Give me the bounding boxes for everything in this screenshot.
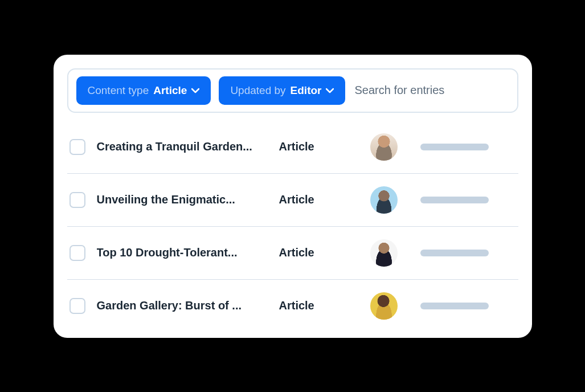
table-row: Garden Gallery: Burst of ... Article <box>67 280 518 332</box>
placeholder-bar <box>420 303 489 309</box>
entry-title[interactable]: Top 10 Drought-Tolerant... <box>97 246 268 259</box>
filter-label: Content type <box>88 84 149 97</box>
row-checkbox[interactable] <box>69 139 85 155</box>
entry-type: Article <box>279 140 347 153</box>
avatar <box>370 186 398 214</box>
table-row: Unveiling the Enigmatic... Article <box>67 174 518 227</box>
placeholder-bar <box>420 144 489 150</box>
entry-type: Article <box>279 299 347 312</box>
avatar <box>370 292 398 320</box>
filter-bar: Content type Article Updated by Editor <box>67 68 518 113</box>
row-checkbox[interactable] <box>69 192 85 208</box>
placeholder-bar <box>420 197 489 203</box>
entry-type: Article <box>279 193 347 206</box>
row-checkbox[interactable] <box>69 298 85 314</box>
avatar <box>370 239 398 267</box>
entries-list: Creating a Tranquil Garden... Article Un… <box>67 121 518 332</box>
filter-label: Updated by <box>230 84 285 97</box>
entry-title[interactable]: Creating a Tranquil Garden... <box>97 140 268 153</box>
content-list-panel: Content type Article Updated by Editor C… <box>54 55 532 338</box>
entry-title[interactable]: Unveiling the Enigmatic... <box>97 193 268 206</box>
table-row: Creating a Tranquil Garden... Article <box>67 121 518 174</box>
entry-title[interactable]: Garden Gallery: Burst of ... <box>97 299 268 312</box>
avatar <box>370 133 398 161</box>
row-checkbox[interactable] <box>69 245 85 261</box>
chevron-down-icon <box>191 87 199 95</box>
content-type-filter[interactable]: Content type Article <box>76 76 211 105</box>
table-row: Top 10 Drought-Tolerant... Article <box>67 227 518 280</box>
placeholder-bar <box>420 250 489 256</box>
chevron-down-icon <box>326 87 334 95</box>
updated-by-filter[interactable]: Updated by Editor <box>219 76 345 105</box>
entry-type: Article <box>279 246 347 259</box>
filter-value: Article <box>153 84 187 97</box>
filter-value: Editor <box>291 84 322 97</box>
search-input[interactable] <box>353 81 509 99</box>
